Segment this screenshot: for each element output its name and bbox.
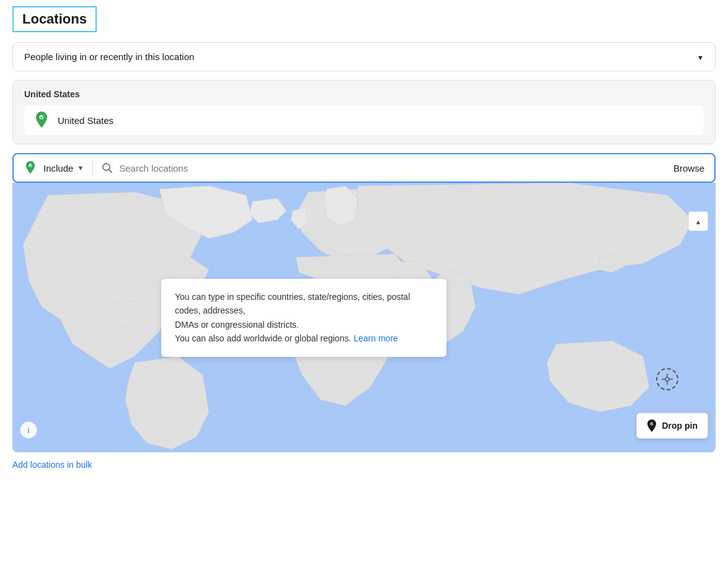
location-item-label: United States: [58, 115, 113, 126]
add-bulk-link[interactable]: Add locations in bulk: [12, 460, 92, 470]
page-title: Locations: [12, 6, 97, 32]
include-label: Include: [43, 163, 73, 173]
location-item: United States: [24, 105, 704, 135]
location-card-title: United States: [24, 89, 704, 99]
include-chevron-icon: ▼: [77, 164, 84, 172]
map-tooltip: You can type in specific countries, stat…: [161, 279, 446, 357]
location-crosshair: [656, 368, 678, 390]
search-icon: [102, 162, 113, 173]
green-pin-icon: [33, 112, 50, 129]
drop-pin-icon: [647, 419, 657, 432]
tooltip-line2: DMAs or congressional districts.: [175, 320, 299, 330]
location-type-dropdown[interactable]: People living in or recently in this loc…: [12, 42, 716, 71]
drop-pin-button[interactable]: Drop pin: [636, 413, 708, 439]
search-input[interactable]: [119, 163, 667, 173]
map-info-icon[interactable]: i: [20, 421, 37, 439]
selected-location-card: United States United States: [12, 80, 716, 144]
location-type-label: People living in or recently in this loc…: [24, 51, 194, 62]
include-pin-icon: [24, 161, 37, 175]
drop-pin-label: Drop pin: [662, 421, 698, 431]
search-bar: Include ▼ Browse: [12, 153, 716, 183]
chevron-up-icon: [695, 216, 702, 226]
tooltip-line1: You can type in specific countries, stat…: [175, 292, 410, 315]
learn-more-link[interactable]: Learn more: [353, 333, 398, 343]
svg-line-3: [109, 170, 112, 173]
browse-button[interactable]: Browse: [673, 163, 704, 173]
search-divider: [92, 160, 93, 175]
tooltip-line3: You can also add worldwide or global reg…: [175, 333, 351, 343]
map-area[interactable]: You can type in specific countries, stat…: [12, 183, 716, 452]
map-collapse-button[interactable]: [688, 211, 708, 231]
include-button[interactable]: Include ▼: [43, 163, 84, 173]
chevron-down-icon: [697, 51, 704, 62]
svg-point-5: [665, 377, 669, 381]
